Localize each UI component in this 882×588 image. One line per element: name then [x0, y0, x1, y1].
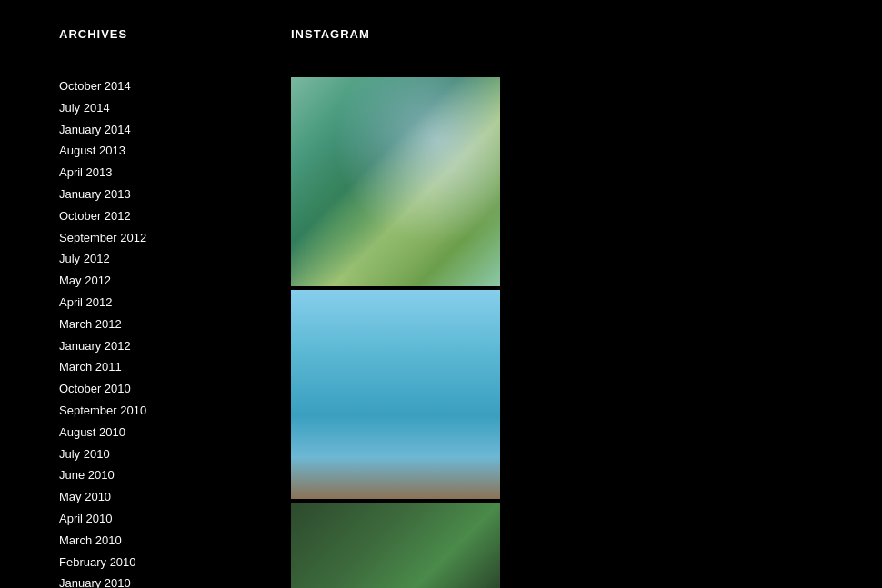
archive-list-item: January 2012 [59, 337, 232, 356]
archive-link[interactable]: March 2012 [59, 317, 122, 331]
archive-link[interactable]: October 2014 [59, 79, 131, 93]
archive-list-item: July 2010 [59, 445, 232, 464]
archive-list-item: August 2013 [59, 142, 232, 161]
archive-list-item: March 2010 [59, 532, 232, 551]
archive-list-item: January 2010 [59, 574, 232, 588]
archive-list-item: July 2012 [59, 250, 232, 269]
archive-list-item: May 2010 [59, 488, 232, 507]
archive-link[interactable]: May 2010 [59, 490, 111, 503]
archive-list-item: March 2012 [59, 315, 232, 334]
sidebar: ARCHIVES October 2014July 2014January 20… [0, 18, 291, 588]
archive-list-item: January 2013 [59, 185, 232, 204]
archive-link[interactable]: February 2010 [59, 555, 136, 569]
archive-link[interactable]: June 2010 [59, 468, 115, 482]
archive-list-item: May 2012 [59, 272, 232, 291]
archive-list-item: April 2012 [59, 294, 232, 313]
archive-list-item: April 2010 [59, 510, 232, 529]
archive-link[interactable]: July 2010 [59, 447, 110, 461]
instagram-heading: INSTAGRAM [291, 27, 864, 41]
archive-list-item: February 2010 [59, 553, 232, 573]
archive-list: October 2014July 2014January 2014August … [59, 77, 232, 588]
archive-list-item: September 2012 [59, 229, 232, 248]
archive-link[interactable]: July 2014 [59, 101, 110, 115]
archive-link[interactable]: July 2012 [59, 252, 110, 265]
archive-list-item: January 2014 [59, 121, 232, 140]
archive-link[interactable]: March 2010 [59, 533, 122, 547]
archive-link[interactable]: September 2012 [59, 231, 146, 244]
archive-link[interactable]: May 2012 [59, 274, 111, 287]
archive-list-item: October 2010 [59, 380, 232, 399]
instagram-image-2[interactable] [291, 290, 500, 499]
archive-list-item: August 2010 [59, 424, 232, 443]
archive-list-item: October 2012 [59, 207, 232, 226]
instagram-image-1[interactable] [291, 77, 500, 286]
archive-link[interactable]: August 2010 [59, 425, 125, 439]
archive-link[interactable]: September 2010 [59, 404, 146, 417]
archive-list-item: September 2010 [59, 402, 232, 421]
archive-list-item: October 2014 [59, 77, 232, 96]
archive-link[interactable]: October 2010 [59, 382, 131, 395]
instagram-image-3[interactable] [291, 503, 500, 588]
instagram-images [291, 77, 864, 588]
archive-list-item: June 2010 [59, 466, 232, 485]
archive-list-item: March 2011 [59, 358, 232, 377]
archive-link[interactable]: January 2010 [59, 576, 131, 588]
archive-link[interactable]: March 2011 [59, 360, 122, 374]
archive-link[interactable]: April 2010 [59, 512, 113, 525]
archive-link[interactable]: January 2012 [59, 339, 131, 353]
archive-link[interactable]: April 2012 [59, 295, 113, 309]
archive-link[interactable]: August 2013 [59, 144, 125, 157]
archive-link[interactable]: January 2014 [59, 123, 131, 136]
archive-link[interactable]: April 2013 [59, 165, 113, 179]
archive-list-item: July 2014 [59, 99, 232, 118]
instagram-section: INSTAGRAM [291, 18, 882, 588]
archive-list-item: April 2013 [59, 164, 232, 183]
archive-link[interactable]: January 2013 [59, 187, 131, 201]
archives-heading: ARCHIVES [59, 27, 232, 41]
archive-link[interactable]: October 2012 [59, 209, 131, 223]
